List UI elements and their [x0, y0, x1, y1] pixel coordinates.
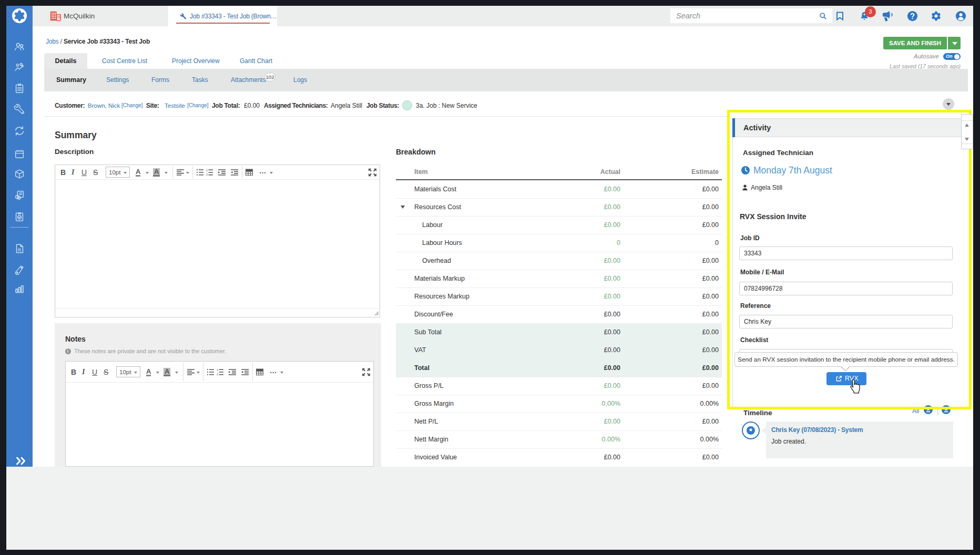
- svg-text:1: 1: [217, 369, 218, 372]
- svg-text:2: 2: [206, 172, 208, 176]
- svg-text:1: 1: [206, 169, 208, 172]
- svg-text:2: 2: [217, 372, 218, 375]
